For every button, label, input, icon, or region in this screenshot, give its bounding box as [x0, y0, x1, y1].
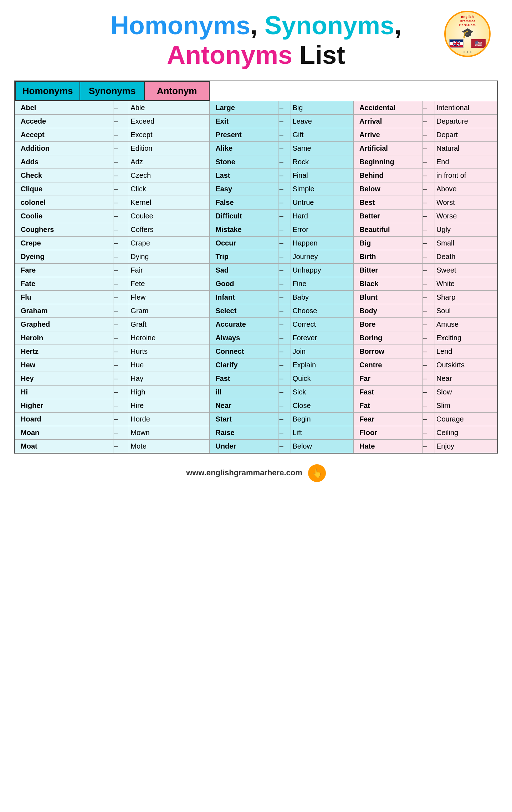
synonym-value: Baby — [291, 290, 353, 304]
homonym-word: Flu — [15, 290, 113, 304]
synonyms-title: Synonyms — [265, 11, 394, 40]
antonym-dash: – — [422, 209, 435, 223]
homonym-dash: – — [113, 141, 129, 155]
homonym-dash: – — [113, 114, 129, 128]
antonym-word: Better — [353, 209, 422, 223]
homonym-dash: – — [113, 250, 129, 263]
list-title: List — [292, 41, 345, 69]
antonym-value: Slow — [435, 385, 497, 399]
homonyms-title: Homonyms — [111, 11, 250, 40]
homonym-word: Fare — [15, 263, 113, 277]
antonym-value: Worse — [435, 209, 497, 223]
synonym-dash: – — [278, 426, 291, 439]
homonym-dash: – — [113, 331, 129, 345]
synonym-dash: – — [278, 263, 291, 277]
homonym-value: Adz — [129, 155, 210, 169]
antonym-word: Accidental — [353, 101, 422, 114]
antonym-value: Courage — [435, 412, 497, 426]
synonym-word: Large — [210, 101, 278, 114]
antonym-value: White — [435, 277, 497, 290]
antonym-value: Depart — [435, 128, 497, 141]
synonym-word: Last — [210, 169, 278, 182]
homonym-dash: – — [113, 223, 129, 236]
antonym-value: Departure — [435, 114, 497, 128]
table-row: Adds – Adz Stone – Rock Beginning – End — [15, 155, 497, 169]
homonym-word: Check — [15, 169, 113, 182]
homonym-word: Fate — [15, 277, 113, 290]
synonym-value: Forever — [291, 331, 353, 345]
antonym-word: Body — [353, 304, 422, 317]
homonym-word: Hey — [15, 372, 113, 385]
table-row: Hi – High ill – Sick Fast – Slow — [15, 385, 497, 399]
table-row: colonel – Kernel False – Untrue Best – W… — [15, 196, 497, 209]
homonym-word: Hertz — [15, 345, 113, 358]
antonym-word: Birth — [353, 250, 422, 263]
synonym-dash: – — [278, 169, 291, 182]
antonym-word: Beginning — [353, 155, 422, 169]
synonym-value: Same — [291, 141, 353, 155]
antonym-value: Amuse — [435, 317, 497, 331]
antonym-value: Small — [435, 236, 497, 250]
antonym-word: Centre — [353, 358, 422, 372]
antonym-value: Enjoy — [435, 439, 497, 453]
homonym-value: Mown — [129, 426, 210, 439]
homonym-dash: – — [113, 385, 129, 399]
table-row: Dyeing – Dying Trip – Journey Birth – De… — [15, 250, 497, 263]
synonym-value: Simple — [291, 182, 353, 196]
synonym-value: Final — [291, 169, 353, 182]
homonym-word: Graphed — [15, 317, 113, 331]
table-row: Crepe – Crape Occur – Happen Big – Small — [15, 236, 497, 250]
table-row: Coughers – Coffers Mistake – Error Beaut… — [15, 223, 497, 236]
footer: www.englishgrammarhere.com 👆 — [14, 464, 498, 482]
homonym-value: Except — [129, 128, 210, 141]
antonym-dash: – — [422, 439, 435, 453]
antonym-word: Beautiful — [353, 223, 422, 236]
synonym-value: Happen — [291, 236, 353, 250]
antonym-value: Lend — [435, 345, 497, 358]
homonym-value: Czech — [129, 169, 210, 182]
table-row: Hoard – Horde Start – Begin Fear – Coura… — [15, 412, 497, 426]
synonym-word: Near — [210, 399, 278, 412]
synonym-word: Difficult — [210, 209, 278, 223]
table-row: Graphed – Graft Accurate – Correct Bore … — [15, 317, 497, 331]
antonym-word: Fear — [353, 412, 422, 426]
homonym-dash: – — [113, 345, 129, 358]
homonym-value: Click — [129, 182, 210, 196]
synonym-dash: – — [278, 250, 291, 263]
antonym-value: Sharp — [435, 290, 497, 304]
homonym-dash: – — [113, 358, 129, 372]
synonym-word: ill — [210, 385, 278, 399]
antonym-value: Intentional — [435, 101, 497, 114]
synonym-word: Connect — [210, 345, 278, 358]
synonym-value: Quick — [291, 372, 353, 385]
antonym-value: Ugly — [435, 223, 497, 236]
synonym-value: Error — [291, 223, 353, 236]
homonym-word: Higher — [15, 399, 113, 412]
antonym-word: Big — [353, 236, 422, 250]
table-row: Coolie – Coulee Difficult – Hard Better … — [15, 209, 497, 223]
antonym-value: Sweet — [435, 263, 497, 277]
homonym-value: Hire — [129, 399, 210, 412]
synonym-word: Exit — [210, 114, 278, 128]
homonym-word: Coughers — [15, 223, 113, 236]
synonym-dash: – — [278, 196, 291, 209]
synonyms-header: Synonyms — [80, 82, 144, 100]
footer-icon: 👆 — [308, 464, 326, 482]
antonym-word: Bore — [353, 317, 422, 331]
antonym-dash: – — [422, 290, 435, 304]
homonym-word: Moan — [15, 426, 113, 439]
homonym-word: Dyeing — [15, 250, 113, 263]
synonym-value: Gift — [291, 128, 353, 141]
synonym-dash: – — [278, 223, 291, 236]
synonym-dash: – — [278, 114, 291, 128]
antonym-value: Natural — [435, 141, 497, 155]
homonym-value: Coffers — [129, 223, 210, 236]
synonym-word: Clarify — [210, 358, 278, 372]
antonym-dash: – — [422, 128, 435, 141]
antonym-dash: – — [422, 223, 435, 236]
synonym-word: Present — [210, 128, 278, 141]
table-row: Moan – Mown Raise – Lift Floor – Ceiling — [15, 426, 497, 439]
homonym-value: Coulee — [129, 209, 210, 223]
synonym-dash: – — [278, 290, 291, 304]
antonym-dash: – — [422, 317, 435, 331]
